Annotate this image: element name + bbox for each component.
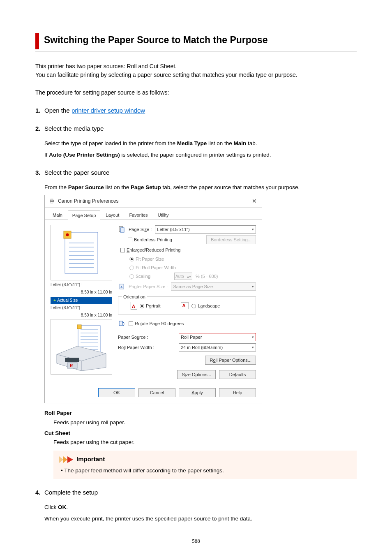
important-heading: Important [76, 455, 105, 464]
dialog-title: Canon Printing Preferences [58, 197, 118, 205]
fit-roll-width-radio: Fit Roll Paper Width [129, 264, 256, 271]
chevron-down-icon: ▾ [252, 335, 254, 340]
roll-paper-options-button[interactable]: Roll Paper Options... [205, 356, 256, 365]
svg-rect-29 [119, 321, 122, 326]
s4-body2: When you execute print, the printer uses… [44, 515, 357, 523]
borderless-printing-checkbox[interactable]: Borderless Printing [128, 236, 172, 243]
s3-body-b: list on the [104, 184, 131, 190]
help-button[interactable]: Help [219, 388, 256, 397]
page-size-label: Page Size : [129, 226, 152, 233]
step-4-title: Complete the setup [44, 488, 357, 497]
cancel-button[interactable]: Cancel [138, 388, 175, 397]
tab-page-setup[interactable]: Page Setup [68, 210, 101, 220]
s2-body2-b: is selected, the paper configured in pri… [120, 152, 271, 158]
scaling-radio: Scaling Auto▴▾ % (5 - 600) [129, 273, 256, 280]
paper-source-label: Paper Source : [118, 334, 175, 341]
step-1-text: Open the [44, 107, 71, 114]
step-3: Select the paper source From the Paper S… [44, 168, 357, 479]
preview1-caption-a: Letter (8.5"x11") : [51, 282, 112, 288]
chevron-down-icon: ▾ [252, 284, 254, 290]
tab-main[interactable]: Main [48, 210, 67, 220]
rotate-icon [118, 320, 125, 327]
step-4: Complete the setup Click OK. When you ex… [44, 488, 357, 523]
important-item: The paper feed method will differ accord… [61, 467, 351, 475]
intro-line-1: This printer has two paper sources: Roll… [35, 62, 357, 71]
auto-bold: Auto (Use Printer Settings) [49, 152, 120, 158]
s2-body2-a: If [44, 152, 49, 158]
actual-size-bar[interactable]: ✦ Actual Size [51, 297, 112, 304]
close-icon[interactable]: ✕ [250, 197, 258, 206]
preview1-caption-b: 8.50 in x 11.00 in [51, 289, 112, 295]
page-number: 588 [35, 537, 357, 545]
scaling-spinner: Auto▴▾ [174, 273, 192, 280]
enlarged-reduced-checkbox[interactable]: Enlarged/Reduced Printing [120, 247, 180, 254]
tab-layout[interactable]: Layout [101, 210, 124, 220]
printer-paper-size-combo: Same as Page Size▾ [171, 282, 256, 291]
rotate-90-checkbox[interactable]: Rotate Page 90 degrees [129, 320, 184, 327]
chevron-down-icon: ▾ [252, 227, 254, 233]
fit-paper-size-radio: Fit Paper Size [129, 256, 256, 263]
borderless-setting-button: Borderless Setting... [206, 235, 256, 244]
svg-marker-31 [59, 456, 63, 463]
page-setup-bold: Page Setup [131, 184, 161, 190]
svg-text:A: A [120, 285, 123, 289]
chevron-down-icon: ▾ [252, 345, 254, 351]
s2-body-c: tab. [246, 140, 257, 146]
orientation-group-label: Orientation [122, 294, 147, 301]
media-preview: R [51, 319, 112, 375]
roll-paper-term: Roll Paper [44, 409, 357, 417]
preview2-caption-a: Letter (8.5"x11") : [51, 305, 112, 311]
portrait-icon: A [131, 302, 137, 310]
scaling-range: % (5 - 600) [196, 273, 218, 280]
svg-point-5 [66, 233, 69, 236]
landscape-icon: A [181, 303, 189, 309]
ok-button[interactable]: OK [98, 388, 135, 397]
landscape-radio[interactable]: Landscape [191, 303, 220, 310]
cut-sheet-term: Cut Sheet [44, 429, 357, 437]
page-size-value: Letter (8.5"x11") [157, 226, 189, 233]
printer-paper-size-icon: A [118, 283, 125, 290]
printer-driver-setup-link[interactable]: printer driver setup window [71, 107, 145, 114]
paper-source-combo[interactable]: Roll Paper▾ [179, 333, 256, 341]
s4-body-dot: . [66, 504, 68, 510]
step-2: Select the media type Select the type of… [44, 124, 357, 159]
defaults-button[interactable]: Defaults [219, 370, 256, 379]
step-2-title: Select the media type [44, 124, 357, 134]
important-icon [59, 456, 74, 463]
s2-body-a: Select the type of paper loaded in the p… [44, 140, 177, 146]
svg-rect-26 [120, 228, 124, 232]
orientation-group: Orientation A Portrait A Landscape [118, 296, 256, 314]
portrait-radio[interactable]: Portrait [140, 303, 160, 310]
roll-width-label: Roll Paper Width : [118, 344, 175, 351]
roll-width-value: 24 in Roll (609.6mm) [181, 344, 223, 351]
page-title: Switching the Paper Source to Match the … [44, 33, 357, 49]
roll-paper-def: Feeds paper using roll paper. [53, 419, 357, 427]
cut-sheet-def: Feeds paper using the cut paper. [53, 438, 357, 446]
svg-text:R: R [70, 363, 73, 368]
tab-utility[interactable]: Utility [153, 210, 173, 220]
s2-body-b: list on the [207, 140, 233, 146]
printer-paper-size-label: Printer Paper Size : [129, 283, 168, 290]
svg-rect-22 [65, 358, 79, 362]
svg-rect-1 [51, 199, 53, 201]
svg-marker-32 [63, 456, 67, 463]
s3-body-a: From the [44, 184, 68, 190]
apply-button[interactable]: Apply [179, 388, 216, 397]
svg-marker-33 [67, 456, 73, 463]
important-callout: Important The paper feed method will dif… [53, 451, 357, 479]
ok-bold: OK [58, 504, 66, 510]
dialog-tabs: Main Page Setup Layout Favorites Utility [45, 208, 262, 220]
roll-width-combo[interactable]: 24 in Roll (609.6mm)▾ [179, 343, 256, 352]
paper-source-bold: Paper Source [68, 184, 104, 190]
step-3-title: Select the paper source [44, 168, 357, 178]
tab-favorites[interactable]: Favorites [125, 210, 152, 220]
paper-source-value: Roll Paper [181, 334, 202, 341]
page-size-combo[interactable]: Letter (8.5"x11")▾ [155, 225, 256, 234]
printing-preferences-dialog: Canon Printing Preferences ✕ Main Page S… [44, 195, 262, 404]
printer-paper-size-value: Same as Page Size [173, 283, 213, 290]
printer-icon [48, 197, 55, 205]
s4-body-a: Click [44, 504, 58, 510]
page-preview [51, 225, 112, 280]
preview2-caption-b: 8.50 in x 11.00 in [51, 312, 112, 318]
size-options-button[interactable]: Size Options... [177, 370, 216, 379]
